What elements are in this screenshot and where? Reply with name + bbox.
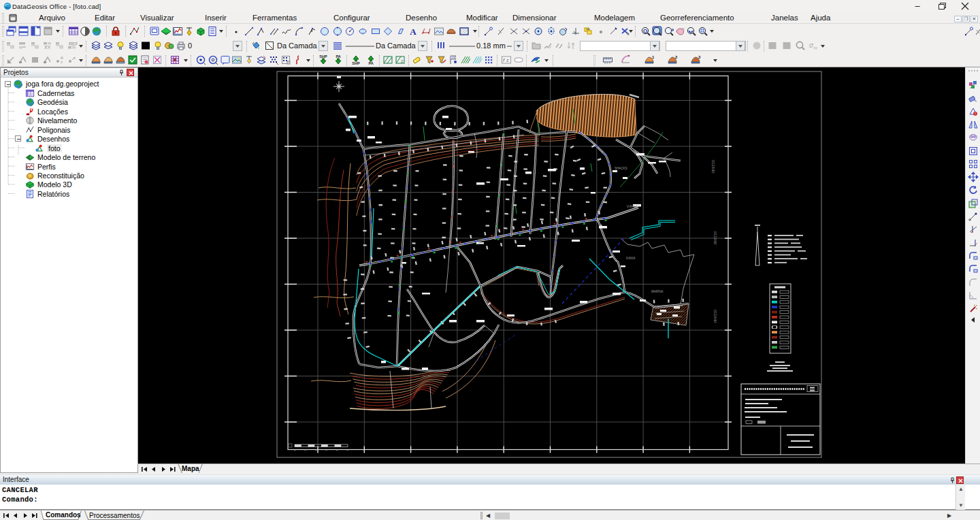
svg-text:Q: Q (643, 28, 647, 34)
svg-text:A: A (410, 27, 417, 37)
svg-text:SHACKS: SHACKS (615, 167, 627, 170)
svg-text:2: 2 (675, 55, 678, 59)
svg-text:z: z (506, 58, 509, 63)
svg-text:XY: XY (44, 45, 51, 50)
svg-text:MARINA: MARINA (651, 290, 664, 293)
svg-text:xy: xy (813, 46, 817, 50)
svg-text:OCEANO: OCEANO (711, 160, 715, 174)
svg-text:z: z (61, 60, 63, 64)
svg-text:V.AVILA: V.AVILA (627, 205, 638, 208)
svg-text:PA: PA (336, 54, 340, 59)
svg-text:PA: PA (368, 61, 373, 65)
svg-text:1: 1 (652, 55, 655, 59)
svg-text:KANIA: KANIA (626, 257, 636, 260)
svg-text:z: z (74, 56, 76, 60)
svg-text:SHP: SHP (352, 61, 360, 65)
svg-text:REF: REF (69, 42, 78, 46)
svg-text:OCEANO: OCEANO (713, 310, 717, 323)
svg-text:!: ! (975, 112, 975, 116)
svg-text:0 1 2: 0 1 2 (604, 61, 611, 65)
svg-text:2: 2 (401, 59, 404, 63)
svg-text:SHP: SHP (319, 54, 327, 59)
svg-text:OCEANO: OCEANO (713, 231, 717, 245)
svg-text:3: 3 (698, 55, 701, 59)
